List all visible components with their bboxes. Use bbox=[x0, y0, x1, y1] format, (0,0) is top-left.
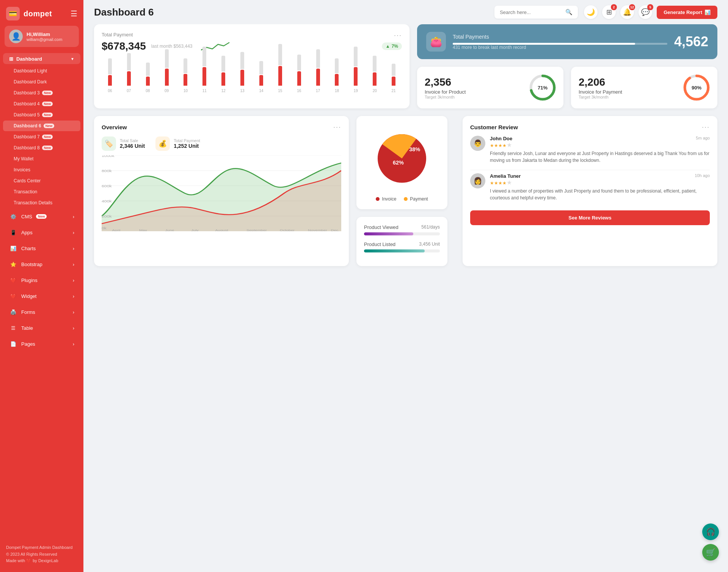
new-badge: New bbox=[42, 113, 53, 117]
sidebar-item-apps[interactable]: 📱 Apps › bbox=[3, 225, 80, 240]
charts-icon: 📊 bbox=[9, 244, 17, 252]
sidebar-item-cards-center[interactable]: Cards Center bbox=[3, 176, 80, 186]
sidebar-item-charts[interactable]: 📊 Charts › bbox=[3, 241, 80, 256]
sidebar-item-table[interactable]: ☰ Table › bbox=[3, 320, 80, 335]
sidebar-item-forms[interactable]: 🖨️ Forms › bbox=[3, 304, 80, 320]
sidebar-item-transaction-details[interactable]: Transaction Details bbox=[3, 197, 80, 208]
review-title: Customer Review bbox=[470, 124, 518, 130]
cart-float-btn[interactable]: 🛒 bbox=[702, 544, 719, 561]
nav-main-label: Table bbox=[21, 325, 33, 331]
page-title: Dashboard 6 bbox=[94, 6, 488, 18]
product-listed-value: 3,456 Unit bbox=[419, 241, 440, 247]
invoice-payment-label: Invoice for Payment bbox=[579, 89, 678, 95]
review-meta: John Doe 5m ago bbox=[490, 136, 710, 141]
sidebar-item-transaction[interactable]: Transaction bbox=[3, 186, 80, 197]
sidebar-item-invoices[interactable]: Invoices bbox=[3, 165, 80, 175]
sidebar-item-dashboard-7[interactable]: Dashboard 7New bbox=[3, 132, 80, 142]
hamburger-icon[interactable]: ☰ bbox=[71, 9, 77, 18]
nav-label: My Wallet bbox=[14, 156, 33, 161]
support-float-btn[interactable]: 🎧 bbox=[702, 523, 719, 540]
invoice-product-target: Target 3k/month bbox=[425, 95, 524, 99]
sidebar-footer: Dompet Payment Admin Dashboard © 2023 Al… bbox=[0, 538, 83, 566]
reviewer-name: John Doe bbox=[490, 136, 512, 141]
sidebar-item-dashboard-8[interactable]: Dashboard 8New bbox=[3, 143, 80, 153]
bar-label: 21 bbox=[385, 89, 402, 93]
bar-group bbox=[272, 44, 289, 86]
generate-report-label: Generate Report bbox=[664, 9, 702, 15]
sidebar-item-widget[interactable]: ❤️ Widget › bbox=[3, 288, 80, 304]
sidebar-item-dashboard-6[interactable]: Dashboard 6New bbox=[3, 121, 80, 131]
bar-red bbox=[165, 69, 169, 86]
total-sale-label: Total Sale bbox=[120, 138, 145, 143]
sidebar-item-bootstrap[interactable]: ⭐ Bootstrap › bbox=[3, 257, 80, 272]
bar-gray bbox=[392, 64, 395, 76]
see-more-reviews-button[interactable]: See More Reviews bbox=[470, 210, 710, 225]
apps-btn[interactable]: ⊞ 2 bbox=[602, 5, 616, 19]
search-icon: 🔍 bbox=[565, 9, 573, 16]
star-filled-icon: ★ bbox=[498, 143, 502, 148]
notifications-badge: 12 bbox=[629, 4, 635, 10]
chevron-right-icon: › bbox=[73, 293, 74, 299]
sidebar-item-my-wallet[interactable]: My Wallet bbox=[3, 154, 80, 164]
middle-col: 62% 38% Invoice Payment bbox=[356, 116, 455, 266]
svg-text:Dec.: Dec. bbox=[331, 229, 340, 231]
bar-group bbox=[310, 49, 326, 86]
footer-line3: Made with ❤️ by DexignLab bbox=[6, 558, 77, 564]
sidebar-item-cms[interactable]: ⚙️ CMS New › bbox=[3, 209, 80, 224]
invoice-product-card: 2,356 Invoice for Product Target 3k/mont… bbox=[417, 67, 563, 108]
review-time: 10h ago bbox=[695, 173, 710, 178]
sidebar-item-dashboard-5[interactable]: Dashboard 5New bbox=[3, 110, 80, 120]
sidebar-item-plugins[interactable]: ❤️ Plugins › bbox=[3, 273, 80, 288]
user-email: william@gmail.com bbox=[27, 37, 62, 42]
product-viewed-stat: Product Viewed 561/days bbox=[364, 224, 440, 235]
bar-red bbox=[184, 74, 187, 86]
bar-gray bbox=[240, 52, 244, 69]
chevron-right-icon: › bbox=[73, 262, 74, 267]
bar-label: 12 bbox=[215, 89, 232, 93]
sidebar-item-pages[interactable]: 📄 Pages › bbox=[3, 336, 80, 351]
forms-icon: 🖨️ bbox=[9, 308, 17, 316]
new-badge: New bbox=[42, 91, 53, 95]
bar-gray bbox=[165, 49, 169, 68]
review-more-btn[interactable]: ··· bbox=[702, 124, 710, 130]
dashboard-nav-header[interactable]: ⊞ Dashboard ▼ bbox=[3, 53, 80, 64]
sidebar: 💳 dompet ☰ 👤 Hi,William william@gmail.co… bbox=[0, 0, 83, 572]
product-viewed-fill bbox=[364, 232, 413, 235]
review-stars: ★★★★★ bbox=[490, 141, 710, 149]
invoice-payment-card: 2,206 Invoice for Payment Target 3k/mont… bbox=[571, 67, 717, 108]
wallet-icon: 👛 bbox=[426, 32, 446, 52]
bar-label: 07 bbox=[121, 89, 137, 93]
messages-btn[interactable]: 💬 5 bbox=[639, 5, 652, 19]
svg-text:April: April bbox=[112, 229, 120, 231]
search-input[interactable] bbox=[500, 9, 562, 15]
bar-red bbox=[259, 75, 263, 86]
main-content: Dashboard 6 🔍 🌙 ⊞ 2 🔔 12 💬 5 Generate Re… bbox=[83, 0, 728, 572]
svg-text:October: October bbox=[280, 229, 295, 231]
bar-group bbox=[140, 63, 156, 86]
bar-group bbox=[385, 64, 402, 86]
overview-more-btn[interactable]: ··· bbox=[333, 124, 341, 130]
bar-label: 13 bbox=[234, 89, 251, 93]
total-payment-more-btn[interactable]: ··· bbox=[394, 32, 402, 39]
product-listed-fill bbox=[364, 249, 425, 252]
star-filled-icon: ★ bbox=[502, 143, 507, 148]
star-filled-icon: ★ bbox=[490, 180, 494, 186]
notifications-btn[interactable]: 🔔 12 bbox=[620, 5, 634, 19]
bar-gray bbox=[127, 53, 131, 71]
nav-label: Invoices bbox=[14, 167, 30, 172]
nav-label: Transaction Details bbox=[14, 200, 52, 205]
sidebar-item-dashboard-light[interactable]: Dashboard Light bbox=[3, 66, 80, 76]
svg-text:September: September bbox=[246, 229, 267, 231]
table-icon: ☰ bbox=[9, 324, 17, 332]
pie-legend: Invoice Payment bbox=[376, 196, 428, 202]
star-empty-icon: ★ bbox=[507, 142, 512, 148]
floating-buttons: 🎧 🛒 bbox=[702, 523, 719, 561]
sidebar-item-dashboard-4[interactable]: Dashboard 4New bbox=[3, 99, 80, 109]
bar-group bbox=[158, 49, 175, 86]
theme-toggle-btn[interactable]: 🌙 bbox=[584, 5, 598, 19]
sidebar-item-dashboard-dark[interactable]: Dashboard Dark bbox=[3, 77, 80, 87]
payment-dot bbox=[404, 197, 408, 201]
generate-report-button[interactable]: Generate Report 📊 bbox=[657, 6, 717, 19]
nav-label: Dashboard 5 bbox=[14, 112, 40, 118]
sidebar-item-dashboard-3[interactable]: Dashboard 3New bbox=[3, 88, 80, 98]
